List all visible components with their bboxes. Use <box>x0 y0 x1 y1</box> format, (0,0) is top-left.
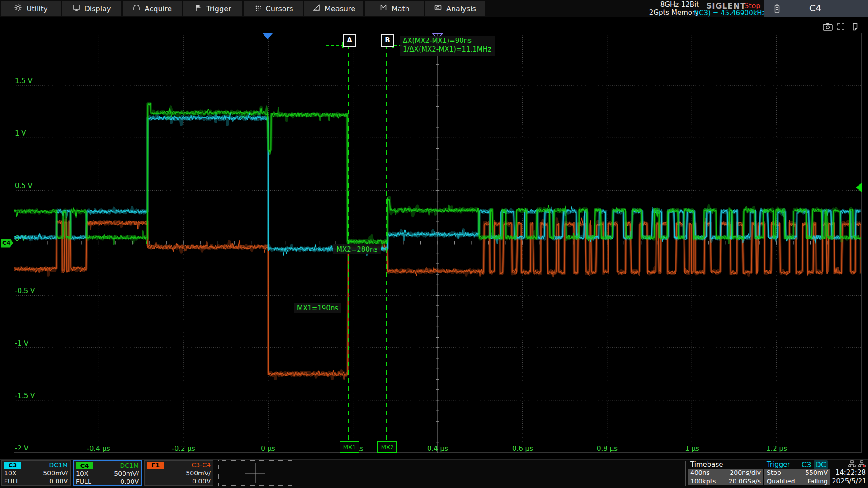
channel-value: 0.00V <box>120 478 139 485</box>
y-axis-label: -0.5 V <box>15 287 35 295</box>
y-axis-label: -1 V <box>15 339 29 347</box>
lan-icon <box>848 460 856 468</box>
x-axis-label: 0.4 µs <box>427 445 448 453</box>
menu-item-label: Math <box>392 5 410 13</box>
menu-item-display[interactable]: Display <box>62 1 121 16</box>
timebase-scale: 200ns/div <box>730 469 761 476</box>
timebase-delay: 400ns <box>690 469 710 476</box>
channel-box-c4[interactable]: C4DC1M10X500mV/FULL0.00V <box>73 460 142 486</box>
gear-icon <box>14 4 22 14</box>
system-info-line1: 8GHz-12Bit <box>637 0 699 9</box>
channel-coupling: DC1M <box>49 461 68 469</box>
y-axis-label: 1.5 V <box>15 77 33 85</box>
menu-item-acquire[interactable]: Acquire <box>123 1 182 16</box>
trigger-title: Trigger <box>767 460 790 469</box>
channel-param: 10X <box>76 470 88 477</box>
system-info: 8GHz-12Bit 2Gpts Memory <box>637 0 699 17</box>
battery-icon <box>774 4 780 15</box>
channel-value: 500mV/ <box>43 469 68 477</box>
menu-item-label: Display <box>85 5 111 13</box>
menu-item-label: Cursors <box>266 5 293 13</box>
trigger-position-marker <box>263 33 273 39</box>
menu-item-label: Trigger <box>206 5 231 13</box>
system-info-line2: 2Gpts Memory <box>637 9 699 17</box>
cursor-a-handle[interactable]: A <box>343 34 356 47</box>
channel-coupling: DC1M <box>120 462 139 469</box>
y-axis-label: -2 V <box>15 444 29 452</box>
cursor-delta-x: ΔX(MX2-MX1)=90ns <box>403 37 491 45</box>
channel-badge: C3 <box>4 462 21 469</box>
timebase-block[interactable]: Timebase 400ns 200ns/div 100kpts 20.0GSa… <box>688 460 763 485</box>
channel-param: FULL <box>4 478 19 485</box>
frequency-counter: f(C3) = 45.46900kHz <box>694 9 766 17</box>
channel-value: 500mV/ <box>114 470 139 477</box>
channel-box-f1[interactable]: F1C3-C4500mV/0.00V <box>144 460 213 486</box>
channel-value: 0.00V <box>49 478 68 485</box>
display-icon <box>72 4 80 14</box>
menu-item-label: Acquire <box>145 5 172 13</box>
timebase-sample-rate: 20.0GSa/s <box>729 478 761 485</box>
clock-block: 14:22:28 2025/5/21 <box>832 460 866 486</box>
y-axis-label: 0.5 V <box>15 182 33 190</box>
x-axis-label: 1 µs <box>685 445 699 453</box>
cursor-inverse-delta-x: 1/ΔX(MX2-MX1)=11.1MHz <box>403 45 491 54</box>
menu-item-cursors[interactable]: Cursors <box>244 1 303 16</box>
mx2-label: MX2 <box>381 444 394 450</box>
x-axis-label: 0 µs <box>261 445 275 453</box>
channel-badge: F1 <box>147 462 164 469</box>
oscilloscope-screen: 1.5 V1 V0.5 V0 V-0.5 V-1 V-1.5 V-2 V-0.4… <box>0 0 868 488</box>
timebase-points: 100kpts <box>690 478 716 485</box>
active-channel-label: C4 <box>809 3 821 14</box>
mx1-value-chip: MX1=190ns <box>294 303 341 313</box>
x-axis-label: 1.2 µs <box>766 445 787 453</box>
cursor-a-label: A <box>347 36 352 44</box>
clock-time: 14:22:28 <box>832 469 866 477</box>
x-axis-label: -0.2 µs <box>172 445 195 453</box>
acquire-icon <box>132 4 141 14</box>
analysis-icon <box>434 4 442 14</box>
graticule-and-waveforms: 1.5 V1 V0.5 V0 V-0.5 V-1 V-1.5 V-2 V-0.4… <box>0 0 868 488</box>
mx2-value-chip: MX2=280ns <box>333 244 381 254</box>
trigger-type: Qualified <box>767 478 795 485</box>
menu-item-label: Utility <box>26 5 47 13</box>
menu-item-measure[interactable]: Measure <box>304 1 363 16</box>
network-status[interactable] <box>832 460 866 469</box>
channel-badge: C4 <box>76 462 93 469</box>
channel-coupling: C3-C4 <box>192 461 211 469</box>
cursor-readout: ΔX(MX2-MX1)=90ns 1/ΔX(MX2-MX1)=11.1MHz <box>400 36 495 56</box>
channel-param: FULL <box>76 478 91 485</box>
cursor-b-label: B <box>385 36 390 44</box>
trigger-coupling: DC <box>814 460 828 469</box>
timebase-title: Timebase <box>690 460 723 469</box>
channel-value: 500mV/ <box>186 469 211 477</box>
measure-icon <box>312 4 321 14</box>
cursor-mx2-handle[interactable]: MX2 <box>377 441 397 453</box>
channel-box-c3[interactable]: C3DC1M10X500mV/FULL0.00V <box>1 460 71 486</box>
trigger-state: Stop <box>767 469 781 476</box>
trigger-block[interactable]: Trigger C3 DC Stop 550mV Qualified Falli… <box>764 460 830 485</box>
menu-item-analysis[interactable]: Analysis <box>425 1 485 16</box>
x-axis-label: -0.4 µs <box>87 445 110 453</box>
menu-item-trigger[interactable]: Trigger <box>183 1 242 16</box>
x-axis-label: 0.8 µs <box>597 445 618 453</box>
menu-item-math[interactable]: Math <box>365 1 424 16</box>
flag-icon <box>194 4 202 14</box>
channel-value: 0.00V <box>192 478 211 485</box>
add-channel-box[interactable] <box>218 460 292 486</box>
active-channel-block[interactable]: C4 <box>764 0 868 17</box>
trigger-level-marker <box>856 183 862 192</box>
menu-item-utility[interactable]: Utility <box>1 1 61 16</box>
cursor-b-handle[interactable]: B <box>381 34 394 47</box>
clock-date: 2025/5/21 <box>832 477 866 486</box>
mx1-label: MX1 <box>343 444 356 450</box>
status-divider <box>685 461 686 486</box>
cursor-mx1-handle[interactable]: MX1 <box>340 441 359 453</box>
menu-item-label: Measure <box>325 5 355 13</box>
plus-cross-icon <box>245 463 266 483</box>
top-menu-bar: UtilityDisplayAcquireTriggerCursorsMeasu… <box>0 0 868 17</box>
trigger-source: C3 <box>802 460 811 469</box>
trigger-slope: Falling <box>807 478 828 485</box>
cursors-icon <box>254 4 262 14</box>
lan-disconnected-icon <box>858 460 866 468</box>
x-axis-label: 0.6 µs <box>512 445 533 453</box>
